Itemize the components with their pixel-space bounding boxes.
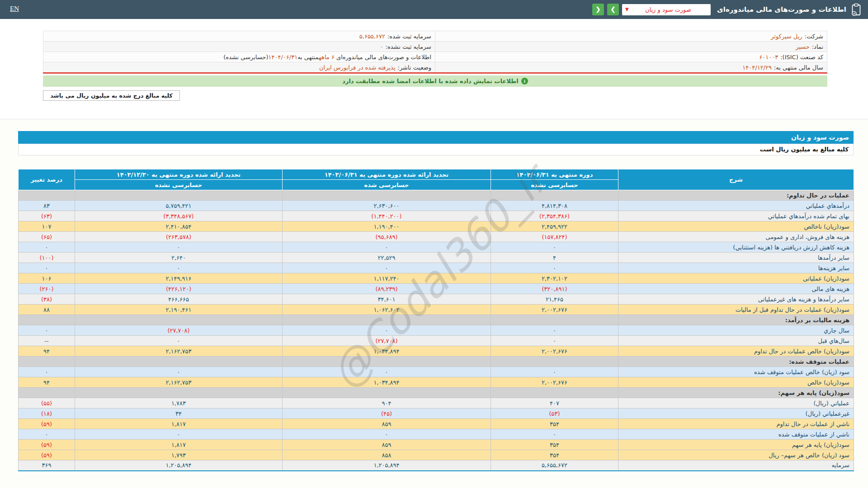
value-restated-halfyear: ۰: [283, 429, 491, 440]
value-restated-halfyear: (۱,۴۴۰,۲۰۰): [283, 211, 491, 221]
profit-loss-table: شرح دوره منتهی به ۱۴۰۴/۰۶/۳۱ تجدید ارائه…: [18, 169, 854, 471]
table-row: سود(زیان) خالص عملیات در حال تداوم۲,۰۰۲,…: [19, 346, 854, 357]
value-restated-halfyear: ۹۰۴: [283, 398, 491, 408]
value-restated-year: ۲,۶۴۰: [75, 253, 283, 263]
value-restated-year: [75, 357, 283, 367]
value-restated-halfyear: ۲۲,۵۲۹: [283, 253, 491, 263]
value-change-percent: [19, 388, 75, 398]
row-description: سود(زیان) خالص: [618, 377, 854, 388]
info-label: سال مالی منتهی به:: [774, 64, 823, 71]
table-header: شرح دوره منتهی به ۱۴۰۴/۰۶/۳۱ تجدید ارائه…: [19, 169, 854, 190]
info-value: ۱۴۰۴/۱۲/۲۹: [742, 64, 772, 71]
clipboard-report-icon: [851, 3, 862, 16]
value-restated-year: ۵,۷۵۹,۴۲۱: [75, 201, 283, 211]
value-change-percent: ۸۳: [19, 201, 75, 211]
row-description: هزینه کاهش ارزش دریافتني ها (هزینه استثن…: [618, 242, 854, 253]
info-plain-text: (حسابرسی نشده): [223, 54, 268, 61]
value-restated-year: ۰: [75, 336, 283, 346]
row-description: هزینه مالیات بر درآمد:: [618, 315, 854, 325]
value-restated-halfyear: ۰: [283, 263, 491, 273]
row-description: هزینه های مالی: [618, 284, 854, 294]
value-restated-year: ۱,۲۰۵,۸۹۴: [75, 460, 283, 471]
info-label: سرمایه ثبت نشده:: [386, 43, 431, 50]
value-current-period: [491, 357, 618, 367]
value-change-percent: (۵۹): [19, 440, 75, 450]
value-change-percent: ۹۴: [19, 346, 75, 357]
value-restated-year: ۰: [75, 263, 283, 273]
language-toggle-en[interactable]: EN: [10, 5, 19, 13]
info-label: سرمایه ثبت شده:: [387, 33, 431, 40]
table-row: ناشي از عملیات در حال تداوم۳۵۴۸۵۹۱,۸۱۷(۵…: [19, 419, 854, 429]
statement-section-title: صورت سود و زیان: [18, 131, 854, 144]
header-restated-halfyear-audit-status: حسابرسی شده: [283, 180, 491, 190]
value-change-percent: ۰: [19, 325, 75, 336]
value-current-period: [491, 388, 618, 398]
value-restated-halfyear: ۰: [283, 367, 491, 377]
navbar-right-group: اطلاعات و صورت‌های مالی میاندوره‌ای ▼ صو…: [592, 0, 862, 19]
table-row: سایر هزینه‌ها۰۰۰۰: [19, 263, 854, 273]
value-current-period: (۳۲۰,۸۹۱): [491, 284, 618, 294]
table-row: سایر درآمدها۴۲۲,۵۲۹۲,۶۴۰(۱۰۰): [19, 253, 854, 263]
value-change-percent: ۱۰۶: [19, 273, 75, 284]
header-restated-year-audit-status: حسابرسی نشده: [75, 180, 283, 190]
row-description: بهای تمام شده درآمدهاي عملیاتي: [618, 211, 854, 221]
amounts-unit-note: کلیه مبالغ درج شده به میلیون ریال می باش…: [43, 90, 180, 101]
company-info-cell: شرکت:ریل سیرکوثر: [435, 31, 827, 42]
chevron-down-icon: ▼: [625, 7, 629, 12]
company-info-cell: سال مالی منتهی به:۱۴۰۴/۱۲/۲۹: [435, 62, 827, 73]
header-restated-year: تجدید ارائه شده دوره منتهی به ۱۴۰۳/۱۲/۳۰: [75, 169, 283, 180]
value-restated-year: ۰: [75, 242, 283, 253]
info-value: ۵,۶۵۵,۶۷۲: [359, 33, 385, 40]
value-current-period: ۲,۰۰۲,۶۷۶: [491, 346, 618, 357]
value-current-period: [491, 315, 618, 325]
value-change-percent: [19, 315, 75, 325]
prev-statement-button[interactable]: ❮: [592, 4, 604, 15]
value-change-percent: (۲۶۰): [19, 284, 75, 294]
info-label: کد صنعت (ISIC):: [780, 54, 823, 61]
table-row: سود(زیان) عملیاتی۲,۳۰۲,۱۰۲۱,۱۱۷,۲۴۰۲,۱۴۹…: [19, 273, 854, 284]
next-statement-button[interactable]: ❯: [607, 4, 619, 15]
value-restated-year: ۲,۱۴۹,۹۱۶: [75, 273, 283, 284]
value-current-period: ۴۰۷: [491, 398, 618, 408]
value-change-percent: ۰: [19, 263, 75, 273]
value-change-percent: ۰: [19, 367, 75, 377]
company-info-body: شرکت:ریل سیرکوثرسرمایه ثبت شده:۵,۶۵۵,۶۷۲…: [43, 31, 827, 73]
row-description: سرمایه: [618, 460, 854, 471]
value-restated-year: ۲,۴۱۰,۸۵۴: [75, 221, 283, 232]
value-restated-halfyear: ۳۴,۶۰۱: [283, 294, 491, 305]
value-current-period: ۴,۸۱۴,۳۰۸: [491, 201, 618, 211]
value-current-period: ۰: [491, 325, 618, 336]
table-row: هزینه کاهش ارزش دریافتني ها (هزینه استثن…: [19, 242, 854, 253]
value-change-percent: ۳۶۹: [19, 460, 75, 471]
table-row: سایر درآمدها و هزینه های غیرعملیاتی۲۱,۴۶…: [19, 294, 854, 305]
value-change-percent: ۸۸: [19, 305, 75, 315]
value-current-period: ۰: [491, 336, 618, 346]
value-restated-year: ۱,۸۱۷: [75, 419, 283, 429]
value-current-period: ۳۵۴: [491, 419, 618, 429]
table-row: سال‌هاي قبل۰(۲۷,۷۰۸)۰--: [19, 336, 854, 346]
value-restated-year: ۳۴: [75, 408, 283, 419]
value-current-period: ۲۱,۴۶۵: [491, 294, 618, 305]
row-description: سال جاري: [618, 325, 854, 336]
value-change-percent: (۵۹): [19, 450, 75, 460]
row-description: غیرعملیاتي (ریال): [618, 408, 854, 419]
value-current-period: ۳۵۴: [491, 440, 618, 450]
value-restated-halfyear: ۸۵۸: [283, 450, 491, 460]
row-description: سود(زیان) ناخالص: [618, 221, 854, 232]
statement-type-select[interactable]: ▼ صورت سود و زیان: [622, 4, 711, 15]
value-change-percent: ۰: [19, 242, 75, 253]
row-description: سایر هزینه‌ها: [618, 263, 854, 273]
table-row: سود(زیان) عملیات در حال تداوم قبل از مال…: [19, 305, 854, 315]
value-restated-halfyear: ۱,۰۳۴,۸۹۴: [283, 346, 491, 357]
info-value: ۰: [380, 43, 383, 50]
info-value: ریل سیرکوثر: [771, 33, 802, 40]
table-row: ناشي از عملیات متوقف شده۰۰۰۰: [19, 429, 854, 440]
company-info-cell: سرمایه ثبت نشده:۰: [43, 42, 435, 52]
top-navbar: EN اطلاعات و صورت‌های مالی میاندوره‌ای ▼…: [0, 0, 868, 19]
value-restated-year: (۴۲۶,۱۲۰): [75, 284, 283, 294]
signed-info-banner: i اطلاعات نمایش داده شده با اطلاعات امضا…: [43, 75, 827, 87]
info-label: وضعیت ناشر:: [398, 64, 431, 71]
value-restated-year: ۱,۷۹۳: [75, 450, 283, 460]
row-description: سود(زیان) عملیاتی: [618, 273, 854, 284]
section-header-row: سود(زیان) پایه هر سهم:: [19, 388, 854, 398]
